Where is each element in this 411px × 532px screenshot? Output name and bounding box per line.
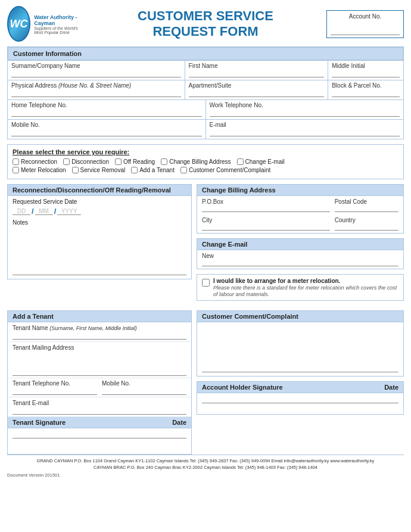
- meter-relocation-arrange-checkbox[interactable]: [202, 279, 210, 287]
- tenant-name-input[interactable]: [13, 332, 186, 340]
- country-input[interactable]: [335, 223, 398, 231]
- postal-code-label: Postal Code: [335, 198, 398, 205]
- work-tel-input[interactable]: [210, 110, 400, 117]
- postal-code-input[interactable]: [335, 205, 398, 212]
- postal-code-group: Postal Code: [335, 198, 398, 212]
- account-holder-sig-body: [197, 393, 403, 414]
- mobile-input[interactable]: [11, 129, 202, 136]
- surname-label: Surname/Company Name: [11, 63, 181, 69]
- name-row: Surname/Company Name First Name Middle I…: [8, 60, 403, 80]
- notes-textarea[interactable]: [13, 228, 186, 275]
- address-row: Physical Address (House No. & Street Nam…: [8, 80, 403, 99]
- mobile-cell: Mobile No.: [8, 120, 206, 139]
- meter-relocation-main-text: I would like to arrange for a meter relo…: [213, 278, 340, 284]
- work-tel-label: Work Telephone No.: [210, 102, 400, 108]
- surname-cell: Surname/Company Name: [8, 61, 185, 80]
- reconnection-header: Reconnection/Disconnection/Off Reading/R…: [8, 185, 191, 196]
- first-name-cell: First Name: [185, 61, 329, 80]
- new-email-input[interactable]: [202, 259, 398, 266]
- city-label: City: [202, 217, 330, 223]
- reconnection-option[interactable]: Reconnection: [13, 158, 57, 165]
- home-tel-cell: Home Telephone No.: [8, 100, 206, 119]
- tenant-email-label: Tenant E-mail: [13, 400, 49, 406]
- customer-info-section: Customer Information Surname/Company Nam…: [7, 46, 404, 139]
- pobox-label: P.O.Box: [202, 198, 330, 205]
- tenant-tel-input[interactable]: [13, 388, 97, 395]
- change-billing-option[interactable]: Change Billing Address: [161, 158, 231, 165]
- block-parcel-cell: Block & Parcel No.: [328, 80, 403, 99]
- meter-relocation-checkbox[interactable]: [13, 167, 19, 173]
- account-number-input[interactable]: [331, 28, 400, 35]
- customer-comment-textarea[interactable]: [202, 325, 398, 372]
- middle-initial-cell: Middle Initial: [328, 61, 403, 80]
- customer-info-header: Customer Information: [8, 47, 403, 60]
- tenant-phone-field: Tenant Telephone No. Mobile No.: [8, 378, 191, 397]
- tenant-signature-input[interactable]: [13, 431, 186, 438]
- surname-input[interactable]: [11, 70, 181, 77]
- customer-comment-option[interactable]: Customer Comment/Complaint: [180, 167, 270, 173]
- date-dd[interactable]: DD: [13, 208, 30, 215]
- change-email-header: Change E-mail: [197, 239, 403, 250]
- email-cell: E-mail: [206, 120, 404, 139]
- date-field: DD / MM / YYYY: [13, 207, 186, 216]
- service-selection-section: Please select the service you require: R…: [7, 144, 404, 179]
- date-yyyy[interactable]: YYYY: [57, 208, 81, 215]
- change-email-checkbox[interactable]: [237, 158, 244, 165]
- meter-relocation-option[interactable]: Meter Relocation: [13, 167, 66, 173]
- off-reading-checkbox[interactable]: [115, 158, 122, 165]
- apartment-label: Apartment/Suite: [189, 82, 325, 89]
- reconnection-checkbox[interactable]: [13, 158, 19, 165]
- tenant-mobile-input[interactable]: [102, 388, 186, 395]
- tenant-email-input[interactable]: [13, 407, 186, 415]
- email-label: E-mail: [210, 122, 400, 128]
- customer-comment-checkbox[interactable]: [180, 167, 187, 173]
- tenant-name-label: Tenant Name (Surname, First Name, Middle…: [13, 325, 137, 331]
- add-tenant-header: Add a Tenant: [8, 311, 191, 322]
- block-parcel-label: Block & Parcel No.: [332, 82, 400, 89]
- disconnection-option[interactable]: Disconnection: [63, 158, 109, 165]
- tenant-name-field: Tenant Name (Surname, First Name, Middle…: [8, 322, 191, 342]
- service-prompt: Please select the service you require:: [13, 148, 398, 155]
- physical-address-cell: Physical Address (House No. & Street Nam…: [8, 80, 185, 99]
- off-reading-option[interactable]: Off Reading: [115, 158, 155, 165]
- physical-address-input[interactable]: [11, 90, 181, 97]
- email-input[interactable]: [210, 129, 400, 136]
- block-parcel-input[interactable]: [332, 90, 400, 97]
- pobox-input[interactable]: [202, 205, 330, 212]
- customer-comment-header: Customer Comment/Complaint: [197, 311, 403, 322]
- form-title: CUSTOMER SERVICE REQUEST FORM: [85, 8, 326, 40]
- bottom-columns: Add a Tenant Tenant Name (Surname, First…: [7, 310, 404, 455]
- footer: GRAND CAYMAN P.O. Box 1104 Grand Cayman …: [7, 455, 404, 471]
- service-removal-option[interactable]: Service Removal: [72, 167, 126, 173]
- service-removal-checkbox[interactable]: [72, 167, 79, 173]
- tenant-mailing-field: Tenant Mailing Address: [8, 342, 191, 378]
- first-name-input[interactable]: [189, 70, 325, 77]
- city-group: City: [202, 217, 330, 231]
- middle-initial-input[interactable]: [332, 70, 400, 77]
- first-name-label: First Name: [189, 63, 325, 69]
- add-tenant-checkbox[interactable]: [131, 167, 138, 173]
- apartment-input[interactable]: [189, 90, 325, 97]
- tenant-mailing-label: Tenant Mailing Address: [13, 344, 74, 351]
- change-billing-checkbox[interactable]: [161, 158, 167, 165]
- tenant-signature-body: [8, 428, 191, 449]
- tenant-email-field: Tenant E-mail: [8, 397, 191, 417]
- change-email-option[interactable]: Change E-mail: [237, 158, 285, 165]
- disconnection-checkbox[interactable]: [63, 158, 70, 165]
- account-holder-sig-input[interactable]: [202, 396, 398, 403]
- account-holder-sig-label: Account Holder Signature: [202, 384, 283, 391]
- home-tel-input[interactable]: [11, 110, 202, 117]
- middle-initial-label: Middle Initial: [332, 63, 400, 69]
- date-mm[interactable]: MM: [35, 208, 53, 215]
- add-tenant-option[interactable]: Add a Tenant: [131, 167, 175, 173]
- mobile-label: Mobile No.: [11, 122, 202, 128]
- service-date-label: Requested Service Date: [13, 198, 186, 205]
- mobile-email-row: Mobile No. E-mail: [8, 119, 403, 139]
- billing-body: P.O.Box Postal Code City: [197, 196, 403, 233]
- tenant-tel-label: Tenant Telephone No.: [13, 380, 97, 387]
- city-input[interactable]: [202, 223, 330, 231]
- tenant-mailing-input[interactable]: [13, 352, 186, 376]
- change-email-body: New: [197, 250, 403, 269]
- middle-columns: Reconnection/Disconnection/Off Reading/R…: [7, 184, 404, 306]
- logo-icon: WC: [7, 6, 30, 42]
